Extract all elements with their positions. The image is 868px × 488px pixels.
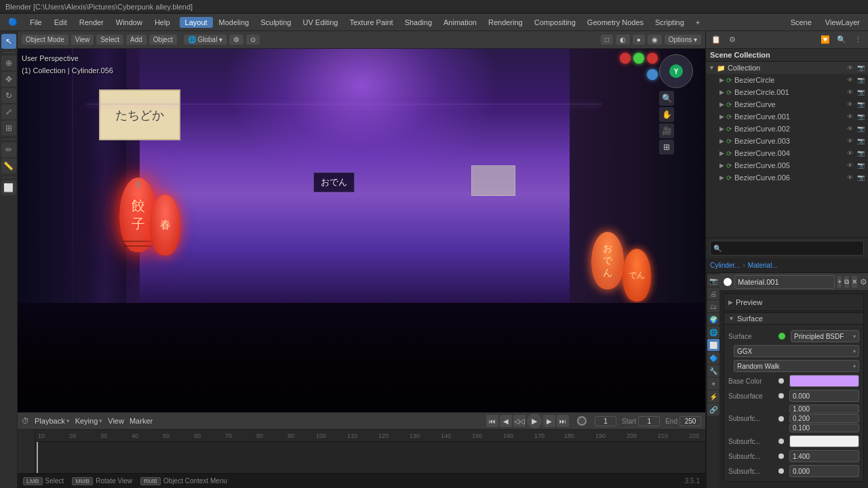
step-forward-btn[interactable]: ▶ xyxy=(543,415,555,427)
panel-search-icon[interactable]: 🔍 xyxy=(834,33,849,47)
snap-settings[interactable]: ⚙ xyxy=(229,35,243,45)
playback-menu[interactable]: Playback▾ xyxy=(35,417,70,425)
menu-edit[interactable]: Edit xyxy=(49,17,73,28)
go-to-end-btn[interactable]: ⏭ xyxy=(557,415,569,427)
play-reverse-btn[interactable]: ◁◁ xyxy=(513,415,526,427)
ggx-dropdown[interactable]: GGX ▾ xyxy=(734,345,859,357)
item-cam-4[interactable]: 📷 xyxy=(856,112,865,121)
start-frame-value[interactable]: 1 xyxy=(638,416,660,426)
prop-tab-modifier[interactable]: 🔧 xyxy=(707,365,719,377)
material-name-input[interactable] xyxy=(734,275,835,289)
list-item[interactable]: ▶ ⟳ BezierCurve.003 👁 📷 xyxy=(706,135,868,147)
workspace-rendering[interactable]: Rendering xyxy=(483,17,528,28)
options-btn[interactable]: Options ▾ xyxy=(665,35,701,45)
subsurface2-val1[interactable]: 1.000 xyxy=(789,405,859,413)
mode-selector[interactable]: Object Mode xyxy=(22,35,68,45)
loop-indicator[interactable] xyxy=(577,416,587,426)
select-menu[interactable]: Select xyxy=(96,35,123,45)
add-workspace-btn[interactable]: + xyxy=(690,17,705,28)
workspace-geometry-nodes[interactable]: Geometry Nodes xyxy=(582,17,649,28)
prop-tab-constraints[interactable]: 🔗 xyxy=(707,403,719,415)
item-vis-1[interactable]: 👁 xyxy=(845,75,854,85)
panel-outliner-icon[interactable]: 📋 xyxy=(709,33,724,47)
transform-global[interactable]: 🌐 Global ▾ xyxy=(184,35,226,45)
workspace-compositing[interactable]: Compositing xyxy=(529,17,581,28)
subsurface5-value[interactable]: 0.000 xyxy=(789,465,859,477)
view-layer-selector[interactable]: ViewLayer xyxy=(820,17,865,28)
panel-options-icon[interactable]: ⋮ xyxy=(850,33,865,47)
shading-solid[interactable]: ◐ xyxy=(616,35,630,45)
collection-camera-icon[interactable]: 📷 xyxy=(856,63,865,73)
path-object[interactable]: Cylinder... xyxy=(710,262,740,269)
subsurface-value[interactable]: 0.000 xyxy=(789,390,859,402)
gizmo-sphere[interactable]: Y xyxy=(659,54,693,88)
end-frame-value[interactable]: 250 xyxy=(679,416,701,426)
panel-properties-icon[interactable]: ⚙ xyxy=(725,33,740,47)
list-item[interactable]: ▶ ⟳ BezierCurve.006 👁 📷 xyxy=(706,171,868,184)
current-frame-value[interactable]: 1 xyxy=(595,416,616,426)
mat-delete-btn[interactable]: ✕ xyxy=(852,276,857,288)
workspace-shading[interactable]: Shading xyxy=(399,17,437,28)
tool-measure[interactable]: 📏 xyxy=(1,159,16,174)
prop-tab-particles[interactable]: ✦ xyxy=(707,378,719,390)
timeline-main[interactable]: 10 20 30 40 50 60 70 80 90 100 110 120 1… xyxy=(35,430,705,473)
collection-root[interactable]: ▼ 📁 Collection 👁 📷 xyxy=(706,62,868,74)
prop-tab-scene[interactable]: 🌍 xyxy=(707,313,719,325)
list-item[interactable]: ▶ ⟳ BezierCircle 👁 📷 xyxy=(706,74,868,86)
collection-visibility-icon[interactable]: 👁 xyxy=(845,63,854,73)
surface-type-dropdown[interactable]: Principled BSDF ▾ xyxy=(791,330,859,342)
view-menu[interactable]: View xyxy=(71,35,94,45)
item-vis-4[interactable]: 👁 xyxy=(845,112,854,121)
navigation-gizmo[interactable]: Y 🔍 ✋ 🎥 ⊞ xyxy=(659,54,700,122)
item-cam-7[interactable]: 📷 xyxy=(856,148,865,158)
subsurface4-value[interactable]: 1.400 xyxy=(789,450,859,462)
random-walk-dropdown[interactable]: Random Walk ▾ xyxy=(734,360,859,372)
list-item[interactable]: ▶ ⟳ BezierCurve 👁 📷 xyxy=(706,98,868,110)
tool-annotate[interactable]: ✏ xyxy=(1,142,16,157)
workspace-scripting[interactable]: Scripting xyxy=(650,17,690,28)
workspace-sculpting[interactable]: Sculpting xyxy=(255,17,296,28)
shading-rendered[interactable]: ◉ xyxy=(648,35,662,45)
tool-cursor[interactable]: ⊕ xyxy=(1,56,16,70)
item-vis-5[interactable]: 👁 xyxy=(845,124,854,134)
tool-rotate[interactable]: ↻ xyxy=(1,88,16,103)
prop-tab-physics[interactable]: ⚡ xyxy=(707,390,719,403)
gizmo-y-label[interactable]: Y xyxy=(669,64,683,78)
go-to-start-btn[interactable]: ⏮ xyxy=(486,415,498,427)
shading-wire[interactable]: □ xyxy=(601,35,613,45)
step-back-btn[interactable]: ◀ xyxy=(500,415,512,427)
prop-tab-object[interactable]: 🔷 xyxy=(707,352,719,364)
shading-material[interactable]: ● xyxy=(633,35,645,45)
workspace-animation[interactable]: Animation xyxy=(438,17,482,28)
tool-select[interactable]: ↖ xyxy=(1,34,16,49)
menu-render[interactable]: Render xyxy=(74,17,109,28)
view-menu-timeline[interactable]: View xyxy=(108,417,124,425)
surface-section-header[interactable]: ▼ Surface xyxy=(724,313,863,325)
list-item[interactable]: ▶ ⟳ BezierCurve.004 👁 📷 xyxy=(706,147,868,159)
gizmo-move[interactable]: ✋ xyxy=(659,107,674,122)
menu-blender[interactable]: 🔵 xyxy=(3,16,23,28)
menu-window[interactable]: Window xyxy=(111,17,148,28)
item-cam-1[interactable]: 📷 xyxy=(856,75,865,85)
list-item[interactable]: ▶ ⟳ BezierCurve.002 👁 📷 xyxy=(706,123,868,135)
item-cam-6[interactable]: 📷 xyxy=(856,136,865,146)
gizmo-zoom[interactable]: 🔍 xyxy=(659,91,674,106)
tool-move[interactable]: ✥ xyxy=(1,72,16,87)
item-cam-5[interactable]: 📷 xyxy=(856,124,865,134)
item-vis-8[interactable]: 👁 xyxy=(845,161,854,170)
tool-transform[interactable]: ⊞ xyxy=(1,121,16,136)
base-color-swatch[interactable] xyxy=(789,375,859,387)
preview-section[interactable]: ▶ Preview xyxy=(724,293,864,311)
list-item[interactable]: ▶ ⟳ BezierCircle.001 👁 📷 xyxy=(706,86,868,98)
item-cam-8[interactable]: 📷 xyxy=(856,161,865,170)
object-menu[interactable]: Object xyxy=(149,35,177,45)
item-cam-9[interactable]: 📷 xyxy=(856,173,865,182)
3d-viewport[interactable]: たちどか 餃子 春 おでん でん おでん xyxy=(18,49,705,412)
marker-menu[interactable]: Marker xyxy=(130,417,153,425)
mat-copy-btn[interactable]: ⧉ xyxy=(844,276,849,288)
workspace-modeling[interactable]: Modeling xyxy=(214,17,255,28)
item-vis-3[interactable]: 👁 xyxy=(845,100,854,109)
prop-tab-render[interactable]: 📷 xyxy=(707,274,719,287)
menu-file[interactable]: File xyxy=(24,17,47,28)
subsurface3-swatch[interactable] xyxy=(789,435,859,447)
